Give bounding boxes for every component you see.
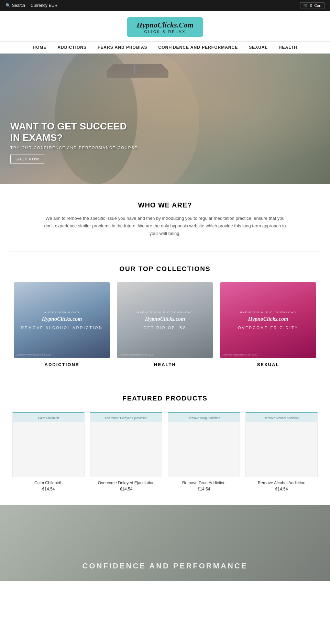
collection-label-sexual: SEXUAL — [220, 362, 316, 367]
hero-subtext: TRY OUR CONFIDENCE AND PERFORMANCE COURS… — [10, 146, 138, 150]
logo-title: HypnoClicks.Com — [136, 21, 194, 30]
svg-rect-4 — [134, 64, 135, 74]
nav-sexual[interactable]: SEXUAL — [249, 45, 268, 50]
top-bar: 🔍 Search Currency EUR 🛒 0 Cart — [0, 0, 330, 11]
card-inner-sexual: HYPNOSIS AUDIO DOWNLOAD HypnoClicks.com … — [220, 282, 316, 358]
nav-confidence[interactable]: CONFIDENCE AND PERFORMANCE — [158, 45, 238, 50]
product-title-text-3: Remove Alcohol Addiction — [264, 416, 299, 420]
collections-heading: OUR TOP COLLECTIONS — [10, 265, 320, 273]
hero-headline: WANT TO GET SUCCEED IN EXAMS? — [10, 121, 127, 144]
product-card-1: Overcome Delayed Ejaculation — [90, 412, 162, 477]
nav-home[interactable]: HOME — [33, 45, 46, 50]
search-label: Search — [12, 3, 25, 8]
logo-area: HypnoClicks.Com CLICK & RELAX — [0, 11, 330, 41]
product-item-0[interactable]: Calm Childbirth Calm Childbirth €14.54 — [12, 412, 85, 492]
featured-section: FEATURED PRODUCTS Calm Childbirth Calm C… — [0, 381, 330, 505]
bottom-banner: CONFIDENCE AND PERFORMANCE — [0, 505, 330, 581]
product-title-text-2: Remove Drug Addiction — [188, 416, 220, 420]
who-we-are-body: We aim to remove the specific issue you … — [41, 215, 289, 237]
card-audio-label-health: HYPNOSIS AUDIO DOWNLOAD — [137, 311, 193, 314]
collection-card-health: HYPNOSIS AUDIO DOWNLOAD HypnoClicks.com … — [117, 282, 213, 358]
collections-section: OUR TOP COLLECTIONS AUDIO DOWNLOAD Hypno… — [0, 251, 330, 381]
products-grid: Calm Childbirth Calm Childbirth €14.54 O… — [10, 412, 320, 492]
svg-marker-3 — [107, 64, 168, 71]
featured-heading: FEATURED PRODUCTS — [10, 395, 320, 402]
card-product-sexual: OVERCOME FRIGIDITY — [238, 326, 298, 330]
cart-icon: 🛒 — [303, 3, 308, 8]
product-card-0: Calm Childbirth — [12, 412, 85, 477]
card-copyright-sexual: Copyright Hypnoclicks.com 2020 — [222, 353, 257, 356]
who-we-are-section: WHO WE ARE? We aim to remove the specifi… — [0, 184, 330, 251]
svg-rect-2 — [107, 71, 168, 78]
collection-item-sexual[interactable]: HYPNOSIS AUDIO DOWNLOAD HypnoClicks.com … — [220, 282, 316, 367]
bottom-banner-label: CONFIDENCE AND PERFORMANCE — [82, 562, 248, 570]
currency-selector[interactable]: Currency EUR — [31, 3, 57, 8]
cart-button[interactable]: 🛒 0 Cart — [300, 2, 324, 9]
product-title-bar-1: Overcome Delayed Ejaculation — [90, 413, 162, 422]
card-product-addictions: REMOVE ALCOHOL ADDICTION — [21, 326, 102, 330]
product-title-text-1: Overcome Delayed Ejaculation — [105, 416, 147, 420]
collection-card-sexual: HYPNOSIS AUDIO DOWNLOAD HypnoClicks.com … — [220, 282, 316, 358]
card-brand-addictions: HypnoClicks.com — [42, 316, 82, 322]
collection-item-addictions[interactable]: AUDIO DOWNLOAD HypnoClicks.com REMOVE AL… — [14, 282, 110, 367]
collection-item-health[interactable]: HYPNOSIS AUDIO DOWNLOAD HypnoClicks.com … — [117, 282, 213, 367]
search-button[interactable]: 🔍 Search — [6, 3, 25, 8]
card-brand-health: HypnoClicks.com — [145, 316, 185, 322]
hero-content: WANT TO GET SUCCEED IN EXAMS? TRY OUR CO… — [10, 121, 138, 163]
hero-illustration — [0, 54, 330, 184]
nav-addictions[interactable]: ADDICTIONS — [57, 45, 87, 50]
cart-label: Cart — [314, 3, 321, 8]
product-title-bar-3: Remove Alcohol Addiction — [246, 413, 317, 422]
card-copyright-health: Copyright Hypnoclicks.com 2020 — [119, 353, 154, 356]
product-title-text-0: Calm Childbirth — [38, 416, 59, 420]
hero-cta-button[interactable]: SHOP NOW — [10, 155, 44, 163]
product-name-3: Remove Alcohol Addiction — [245, 481, 318, 485]
product-price-2: €14.54 — [168, 487, 240, 492]
collections-grid: AUDIO DOWNLOAD HypnoClicks.com REMOVE AL… — [10, 282, 320, 367]
top-bar-left: 🔍 Search Currency EUR — [6, 3, 57, 8]
collection-label-health: HEALTH — [117, 362, 213, 367]
search-icon: 🔍 — [6, 3, 11, 8]
product-card-2: Remove Drug Addiction — [168, 412, 240, 477]
product-price-1: €14.54 — [90, 487, 162, 492]
card-product-health: GET RID OF IBS — [143, 326, 187, 330]
logo-subtitle: CLICK & RELAX — [136, 30, 194, 34]
product-item-2[interactable]: Remove Drug Addiction Remove Drug Addict… — [168, 412, 240, 492]
currency-value: EUR — [49, 3, 57, 8]
card-brand-sexual: HypnoClicks.com — [248, 316, 288, 322]
product-name-0: Calm Childbirth — [12, 481, 85, 485]
nav-health[interactable]: HEALTH — [279, 45, 297, 50]
hero-section: WANT TO GET SUCCEED IN EXAMS? TRY OUR CO… — [0, 54, 330, 184]
product-item-1[interactable]: Overcome Delayed Ejaculation Overcome De… — [90, 412, 162, 492]
product-card-3: Remove Alcohol Addiction — [245, 412, 318, 477]
product-name-2: Remove Drug Addiction — [168, 481, 240, 485]
main-nav: HOME ADDICTIONS FEARS AND PHOBIAS CONFID… — [0, 41, 330, 54]
card-audio-label-addictions: AUDIO DOWNLOAD — [44, 311, 80, 314]
product-title-bar-2: Remove Drug Addiction — [168, 413, 240, 422]
collection-label-addictions: ADDICTIONS — [14, 362, 110, 367]
logo-box[interactable]: HypnoClicks.Com CLICK & RELAX — [127, 17, 203, 37]
card-audio-label-sexual: HYPNOSIS AUDIO DOWNLOAD — [240, 311, 296, 314]
nav-fears[interactable]: FEARS AND PHOBIAS — [98, 45, 147, 50]
card-inner-addictions: AUDIO DOWNLOAD HypnoClicks.com REMOVE AL… — [14, 282, 110, 358]
product-price-3: €14.54 — [245, 487, 318, 492]
who-we-are-heading: WHO WE ARE? — [41, 201, 289, 209]
currency-label: Currency — [31, 3, 47, 8]
card-inner-health: HYPNOSIS AUDIO DOWNLOAD HypnoClicks.com … — [117, 282, 213, 358]
cart-count: 0 — [310, 3, 312, 8]
product-name-1: Overcome Delayed Ejaculation — [90, 481, 162, 485]
product-item-3[interactable]: Remove Alcohol Addiction Remove Alcohol … — [245, 412, 318, 492]
card-copyright-addictions: Copyright Hypnoclicks.com 2020 — [16, 353, 51, 356]
collection-card-addictions: AUDIO DOWNLOAD HypnoClicks.com REMOVE AL… — [14, 282, 110, 358]
product-price-0: €14.54 — [12, 487, 85, 492]
product-title-bar-0: Calm Childbirth — [13, 413, 84, 422]
